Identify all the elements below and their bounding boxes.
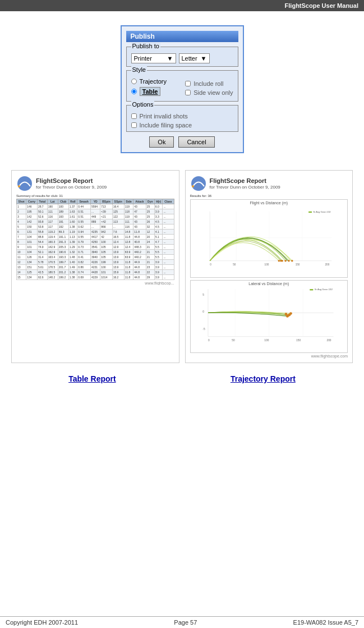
page-content: Publish Publish to Printer ▼ Letter ▼ (0, 11, 364, 400)
col-side: Side (124, 199, 133, 204)
include-filing-label: Include filing space (140, 122, 192, 129)
table-row: 613155.8119.289.31.190.9442359427.614.81… (17, 230, 174, 235)
table-report-panel: FlightScope Report for Trevor Dunn on Oc… (11, 170, 179, 363)
flight-chart-label: Flight vs Distance (m) (191, 200, 348, 205)
col-smash: Smash (77, 199, 91, 204)
include-roll-label: Include roll (193, 80, 223, 87)
col-shot: Shot (17, 199, 26, 204)
letter-select[interactable]: Letter ▼ (179, 53, 210, 63)
include-roll-row: Include roll (185, 80, 233, 87)
side-view-row: Side view only (185, 89, 233, 96)
printer-select[interactable]: Printer ▼ (131, 53, 176, 63)
col-yd: YD (91, 199, 100, 204)
print-invalid-label: Print invalid shots (140, 113, 188, 120)
publish-to-label: Publish to (131, 43, 160, 49)
col-dyn: Dyn (146, 199, 154, 204)
include-roll-checkbox[interactable] (185, 81, 191, 86)
svg-point-13 (278, 260, 280, 262)
svg-text:50: 50 (233, 263, 236, 266)
www-text-table: www.flightscop... (16, 281, 174, 285)
svg-text:Sr Avg Genn 132: Sr Avg Genn 132 (313, 210, 331, 213)
traj-title-block: FlightScope Report for Trevor Dunn on Oc… (210, 177, 280, 190)
trajectory-radio[interactable] (131, 79, 137, 84)
svg-text:Sr Avg Genn 132: Sr Avg Genn 132 (314, 288, 333, 291)
include-filing-checkbox[interactable] (131, 122, 137, 128)
table-report-table-area: Summary of results for club: 31 Shot Car… (16, 194, 174, 285)
dialog-title: Publish (126, 31, 238, 42)
style-label: Style (131, 66, 147, 73)
svg-text:0: 0 (202, 310, 204, 313)
svg-point-33 (285, 315, 288, 318)
dialog-container: Publish Publish to Printer ▼ Letter ▼ (11, 25, 353, 153)
flight-chart: Flight vs Distance (m) (190, 199, 348, 278)
col-attack: Attack (133, 199, 146, 204)
publish-dialog: Publish Publish to Printer ▼ Letter ▼ (121, 25, 244, 153)
table-label: Table (140, 87, 161, 96)
style-section: Style Trajectory Table (126, 70, 238, 102)
col-class: Class (163, 199, 174, 204)
letter-arrow: ▼ (201, 55, 207, 62)
print-invalid-row: Print invalid shots (131, 113, 233, 120)
results-line: Results for: 36 (190, 194, 348, 198)
ok-button[interactable]: Ok (149, 136, 174, 148)
flightscope-logo (16, 175, 33, 192)
report-title-block: FlightScope Report for Trevor Dunn on Oc… (36, 177, 107, 190)
style-content: Trajectory Table Include roll (131, 74, 233, 98)
page-header: FlightScope User Manual (0, 0, 364, 11)
footer-right: E19-WA082 Issue A5_7 (293, 619, 358, 626)
svg-text:100: 100 (264, 263, 269, 266)
publish-to-section: Publish to Printer ▼ Letter ▼ (126, 47, 238, 67)
dialog-buttons: Ok Cancel (126, 136, 238, 148)
col-total: Total (37, 199, 47, 204)
summary-text: Summary of results for club: 31 (16, 194, 174, 198)
report-labels: Table Report Trajectory Report (11, 374, 353, 383)
table-report-header: FlightScope Report for Trevor Dunn on Oc… (16, 175, 174, 192)
cancel-button[interactable]: Cancel (178, 136, 214, 148)
page-footer: Copyright EDH 2007-2011 Page 57 E19-WA08… (0, 616, 364, 628)
col-roll: Roll (68, 199, 77, 204)
side-view-checkbox[interactable] (185, 90, 191, 95)
table-row: 515053.81171921.380.62...866...11643324.… (17, 224, 174, 230)
table-row: 414293.81171911.600.55889<4211311143264.… (17, 219, 174, 224)
include-filing-row: Include filing space (131, 122, 233, 129)
side-view-label: Side view only (193, 89, 233, 96)
report-title-main: FlightScope Report (36, 177, 107, 185)
table-row: 910174.9142.9205.31.290.73354110512.912.… (17, 245, 174, 250)
trajectory-report-header: FlightScope Report for Trevor Dunn on Oc… (190, 175, 348, 192)
table-row: 1112631.4163.4193.31.480.41394010513.963… (17, 255, 174, 260)
flight-chart-svg: 0 50 100 150 200 Sr Avg Genn 132 (191, 205, 348, 271)
lateral-chart-label: Lateral vs Distance (m) (191, 281, 348, 286)
svg-point-1 (18, 185, 20, 187)
trajectory-report-label: Trajectory Report (231, 374, 296, 383)
svg-rect-21 (308, 212, 312, 213)
svg-text:0: 0 (208, 339, 209, 342)
table-report-label: Table Report (68, 374, 116, 383)
print-invalid-checkbox[interactable] (131, 113, 137, 119)
svg-text:150: 150 (296, 339, 301, 342)
table-row: 810154.4160.3291.31.390.79425010012.412.… (17, 240, 174, 245)
svg-point-32 (289, 312, 292, 315)
table-row: 1010452.1162.9190.61.320.71394010513.963… (17, 250, 174, 255)
table-row: 121345.78170.5199.71.400.82422619913.911… (17, 260, 174, 265)
traj-title-main: FlightScope Report (210, 177, 280, 185)
report-for-line: for Trevor Dunn on October 9, 2009 (36, 185, 107, 190)
table-row: 114628.71901001.370.44559471316.41194325… (17, 204, 174, 209)
svg-text:200: 200 (326, 339, 331, 342)
svg-point-3 (192, 185, 194, 187)
svg-point-15 (291, 260, 293, 262)
publish-to-row: Printer ▼ Letter ▼ (131, 53, 233, 63)
svg-point-12 (284, 260, 287, 262)
printer-arrow: ▼ (167, 55, 173, 62)
table-row: 1513462.6148.2199.21.380.694229101416.21… (17, 275, 174, 280)
col-bspin: BSpin (100, 199, 112, 204)
style-radios: Trajectory Table (131, 78, 181, 98)
table-row: 710488.8119.4191.11.130.5544174216.511.8… (17, 235, 174, 240)
table-row: 219550.11111891.630.51...<3912511847253.… (17, 209, 174, 214)
col-club: Club (58, 199, 68, 204)
table-radio[interactable] (131, 89, 137, 94)
header-title: FlightScope User Manual (285, 2, 358, 9)
footer-center: Page 57 (78, 619, 293, 626)
svg-text:50: 50 (232, 339, 235, 342)
svg-text:150: 150 (295, 263, 300, 266)
lateral-chart-svg: 0 50 100 150 200 0 5 -5 Sr Avg Genn 132 (191, 286, 348, 347)
